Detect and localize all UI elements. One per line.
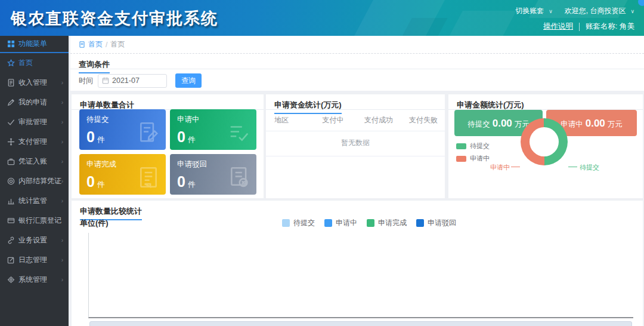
legend-swatch bbox=[456, 143, 466, 149]
notification-dot bbox=[638, 0, 644, 6]
sidebar-item-business-settings[interactable]: 业务设置 › bbox=[0, 230, 69, 250]
legend-item: 待提交 bbox=[456, 142, 490, 150]
bar-chart-plot-area bbox=[88, 233, 633, 318]
stat-value: 0 bbox=[177, 130, 185, 144]
sidebar-item-approval-mgmt[interactable]: 审批管理 › bbox=[0, 112, 69, 132]
query-panel: 首页 / 首页 查询条件 时间 2021-07 查询 bbox=[70, 36, 644, 91]
stat-value: 0 bbox=[86, 130, 95, 144]
header-decoration bbox=[444, 11, 516, 36]
calendar-icon bbox=[102, 77, 109, 84]
comparison-chart-legend: 待提交 申请中 申请完成 申请驳回 bbox=[282, 218, 456, 228]
check-icon bbox=[7, 118, 15, 126]
time-input[interactable]: 2021-07 bbox=[98, 74, 167, 88]
stat-card-rejected: 申请驳回 0件 bbox=[170, 154, 256, 195]
empty-state-text: 暂无数据 bbox=[266, 131, 445, 156]
breadcrumb-home[interactable]: 首页 bbox=[79, 39, 103, 50]
sidebar-item-log-mgmt[interactable]: 日志管理 › bbox=[0, 250, 69, 270]
donut-chart bbox=[521, 118, 568, 165]
legend-item[interactable]: 申请中 bbox=[324, 218, 357, 228]
legend-swatch bbox=[324, 219, 332, 227]
gear-icon bbox=[7, 276, 15, 284]
column-header: 支付成功 bbox=[355, 110, 402, 131]
amount-stats-header: 申请金额统计(万元) bbox=[448, 94, 643, 110]
divider bbox=[579, 23, 580, 31]
legend-swatch bbox=[282, 219, 290, 227]
link-icon bbox=[7, 236, 15, 244]
chevron-right-icon: › bbox=[61, 79, 63, 86]
sidebar-item-bank-draft-register[interactable]: 银行汇票登记 bbox=[0, 211, 69, 230]
donut-label-in-progress: 申请中 bbox=[490, 163, 510, 172]
sidebar-item-my-applications[interactable]: 我的申请 › bbox=[0, 93, 69, 112]
list-check-icon bbox=[228, 121, 250, 146]
query-section-header: 查询条件 bbox=[70, 54, 644, 69]
legend-swatch bbox=[367, 219, 374, 227]
document-edit-icon bbox=[137, 121, 160, 146]
count-summary-header: 申请单数量合计 bbox=[72, 94, 264, 110]
chevron-right-icon: › bbox=[61, 178, 63, 184]
query-section-title: 查询条件 bbox=[79, 59, 110, 73]
star-icon bbox=[7, 59, 15, 67]
fund-stats-panel: 申请资金统计(万元) 地区 支付中 支付成功 支付失败 暂无数据 bbox=[266, 94, 445, 198]
welcome-user-menu[interactable]: 欢迎您, 台商投资区 bbox=[565, 6, 626, 16]
chevron-right-icon: › bbox=[61, 198, 63, 204]
callout-line bbox=[511, 167, 520, 167]
legend-item[interactable]: 待提交 bbox=[282, 218, 315, 228]
ring-icon bbox=[7, 177, 15, 185]
chevron-right-icon: › bbox=[61, 119, 63, 125]
comparison-chart-panel: 申请数量比较统计 单位(件) 待提交 申请中 申请完成 申请驳回 bbox=[72, 201, 643, 326]
app-title: 银农直联资金支付审批系统 bbox=[11, 8, 218, 29]
sidebar: 功能菜单 首页 收入管理 › 我的申请 › 审批管理 › 支付管理 › 凭证入账… bbox=[0, 36, 69, 326]
sidebar-item-system-mgmt[interactable]: 系统管理 › bbox=[0, 270, 69, 290]
account-name-label: 账套名称: 角美 bbox=[586, 21, 634, 32]
pencil-icon bbox=[7, 99, 15, 106]
document-icon bbox=[7, 79, 15, 87]
switch-account-link[interactable]: 切换账套 bbox=[515, 6, 544, 16]
grid-icon bbox=[7, 40, 15, 48]
amount-stats-panel: 申请金额统计(万元) 待提交 0.00 万元 申请中 0.00 万元 待提交 申… bbox=[448, 94, 643, 198]
chevron-right-icon: › bbox=[61, 139, 63, 145]
breadcrumb-separator: / bbox=[106, 41, 107, 49]
sidebar-item-internal-settlement[interactable]: 内部结算凭证 › bbox=[0, 171, 69, 191]
donut-label-pending-submit: 待提交 bbox=[580, 163, 599, 172]
chevron-right-icon: › bbox=[61, 158, 63, 165]
legend-item[interactable]: 申请完成 bbox=[367, 218, 407, 228]
breadcrumb-current: 首页 bbox=[110, 39, 125, 50]
fund-stats-table: 地区 支付中 支付成功 支付失败 暂无数据 bbox=[266, 110, 445, 156]
chevron-down-icon: ∨ bbox=[630, 8, 634, 14]
column-header: 支付失败 bbox=[402, 110, 445, 131]
chart-datazoom-slider[interactable] bbox=[89, 321, 632, 326]
breadcrumb: 首页 / 首页 bbox=[70, 36, 644, 54]
sidebar-item-income-mgmt[interactable]: 收入管理 › bbox=[0, 73, 69, 93]
sidebar-item-statistics-supervision[interactable]: 统计监管 › bbox=[0, 191, 69, 211]
chevron-right-icon: › bbox=[61, 276, 63, 283]
document-lines-icon bbox=[137, 166, 160, 191]
chevron-right-icon: › bbox=[61, 257, 63, 263]
document-icon bbox=[79, 41, 86, 48]
legend-item[interactable]: 申请驳回 bbox=[416, 218, 456, 228]
briefcase-icon bbox=[7, 158, 15, 165]
stat-card-in-progress: 申请中 0件 bbox=[170, 109, 256, 150]
move-icon bbox=[7, 138, 15, 146]
stat-value: 0 bbox=[177, 174, 185, 189]
stat-card-completed: 申请完成 0件 bbox=[79, 154, 166, 195]
chevron-down-icon: ∨ bbox=[549, 8, 553, 14]
chart-unit-label: 单位(件) bbox=[80, 218, 109, 229]
stat-card-pending-submit: 待提交 0件 bbox=[79, 109, 166, 150]
search-button[interactable]: 查询 bbox=[175, 73, 202, 88]
chevron-right-icon: › bbox=[61, 99, 63, 106]
time-label: 时间 bbox=[79, 76, 93, 86]
sidebar-item-voucher-entry[interactable]: 凭证入账 › bbox=[0, 152, 69, 171]
count-summary-panel: 申请单数量合计 待提交 0件 申请中 0件 申请完成 0件 申请驳回 0件 bbox=[72, 94, 264, 198]
operation-guide-link[interactable]: 操作说明 bbox=[543, 21, 573, 32]
app-header: 银农直联资金支付审批系统 切换账套 ∨ 欢迎您, 台商投资区 ∨ 操作说明 账套… bbox=[0, 0, 644, 36]
bar-chart-icon bbox=[7, 197, 15, 205]
sidebar-item-payment-mgmt[interactable]: 支付管理 › bbox=[0, 132, 69, 152]
fund-stats-header: 申请资金统计(万元) bbox=[266, 94, 445, 110]
card-icon bbox=[7, 217, 15, 224]
document-reject-icon bbox=[228, 166, 250, 191]
donut-legend: 待提交 申请中 bbox=[456, 142, 490, 167]
edit-icon bbox=[7, 256, 15, 264]
sidebar-item-home[interactable]: 首页 bbox=[0, 53, 69, 73]
legend-swatch bbox=[416, 219, 424, 227]
legend-swatch bbox=[456, 156, 466, 162]
